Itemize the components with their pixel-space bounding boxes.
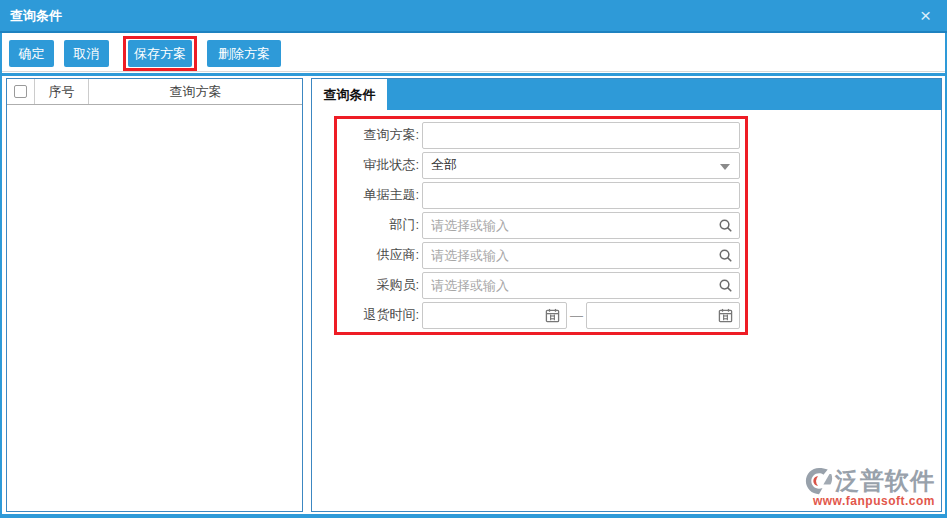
- query-condition-panel: 查询条件 查询方案: 审批状态: 全部 单据主题:: [311, 78, 942, 512]
- delete-plan-button[interactable]: 删除方案: [207, 40, 281, 67]
- column-header-seq: 序号: [35, 79, 89, 104]
- chevron-down-icon[interactable]: [720, 164, 730, 170]
- vendor-watermark: 泛普软件 www.fanpusoft.com: [805, 467, 935, 508]
- search-icon[interactable]: [717, 217, 734, 234]
- tab-strip: 查询条件: [312, 79, 941, 110]
- column-header-plan: 查询方案: [89, 79, 302, 104]
- approval-status-label: 审批状态:: [337, 156, 419, 174]
- toolbar-divider: [2, 71, 945, 72]
- form-row-doc-subject: 单据主题:: [337, 180, 745, 210]
- purchaser-label: 采购员:: [337, 276, 419, 294]
- plan-name-input[interactable]: [422, 122, 740, 149]
- approval-status-value: 全部: [431, 156, 457, 174]
- supplier-input[interactable]: [422, 242, 740, 269]
- plan-name-field-wrap: [422, 122, 740, 149]
- doc-subject-field-wrap: [422, 182, 740, 209]
- department-label: 部门:: [337, 216, 419, 234]
- search-icon[interactable]: [717, 277, 734, 294]
- calendar-icon[interactable]: [544, 307, 561, 324]
- purchaser-field-wrap: [422, 272, 740, 299]
- form-row-department: 部门:: [337, 210, 745, 240]
- tab-query-conditions[interactable]: 查询条件: [312, 79, 387, 110]
- form-row-return-date: 退货时间: —: [337, 300, 745, 330]
- fanpu-logo-icon: [805, 467, 833, 495]
- return-date-label: 退货时间:: [337, 306, 419, 324]
- query-plan-list-panel: 序号 查询方案: [6, 78, 303, 512]
- toolbar: 确定 取消 保存方案 删除方案: [2, 35, 945, 71]
- calendar-icon[interactable]: [717, 307, 734, 324]
- dialog-title: 查询条件: [10, 7, 62, 25]
- department-field-wrap: [422, 212, 740, 239]
- vendor-url-text: www.fanpusoft.com: [813, 494, 935, 508]
- doc-subject-input[interactable]: [422, 182, 740, 209]
- save-plan-annotation-highlight: 保存方案: [123, 36, 197, 71]
- cancel-button[interactable]: 取消: [64, 40, 109, 67]
- purchaser-input[interactable]: [422, 272, 740, 299]
- approval-status-select[interactable]: 全部: [422, 152, 740, 179]
- plan-name-label: 查询方案:: [337, 126, 419, 144]
- select-all-checkbox[interactable]: [14, 85, 27, 98]
- return-date-end-wrap: [586, 302, 740, 329]
- vendor-brand-text: 泛普软件: [835, 468, 935, 494]
- confirm-button[interactable]: 确定: [9, 40, 54, 67]
- table-header: 序号 查询方案: [7, 79, 302, 105]
- form-row-supplier: 供应商:: [337, 240, 745, 270]
- select-all-cell: [7, 79, 35, 104]
- query-conditions-dialog: 查询条件 × 确定 取消 保存方案 删除方案 序号 查询方案 查询条件 查: [0, 0, 947, 518]
- supplier-label: 供应商:: [337, 246, 419, 264]
- form-row-plan-name: 查询方案:: [337, 120, 745, 150]
- title-bar: 查询条件 ×: [0, 0, 947, 33]
- department-input[interactable]: [422, 212, 740, 239]
- blue-separator: [0, 73, 947, 76]
- close-icon[interactable]: ×: [914, 6, 937, 25]
- form-annotation-highlight: 查询方案: 审批状态: 全部 单据主题:: [334, 116, 748, 335]
- form-row-purchaser: 采购员:: [337, 270, 745, 300]
- form-row-approval-status: 审批状态: 全部: [337, 150, 745, 180]
- vendor-logo-row: 泛普软件: [805, 467, 935, 495]
- date-range-separator: —: [567, 308, 586, 323]
- doc-subject-label: 单据主题:: [337, 186, 419, 204]
- return-date-start-wrap: [422, 302, 567, 329]
- supplier-field-wrap: [422, 242, 740, 269]
- save-plan-button[interactable]: 保存方案: [128, 40, 192, 67]
- search-icon[interactable]: [717, 247, 734, 264]
